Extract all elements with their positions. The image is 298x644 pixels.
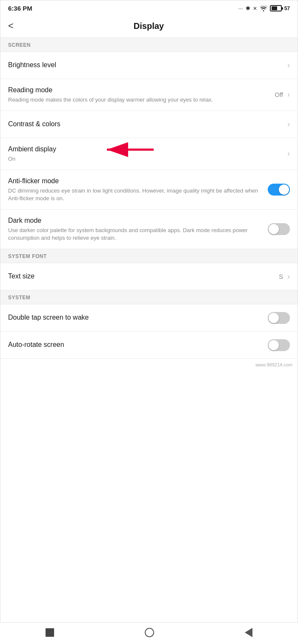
header: < Display xyxy=(0,15,298,38)
nav-back-button[interactable] xyxy=(245,628,252,637)
setting-title-dark-mode: Dark mode xyxy=(8,216,263,225)
back-button[interactable]: < xyxy=(8,20,14,31)
setting-title-anti-flicker: Anti-flicker mode xyxy=(8,177,263,186)
setting-row-text-size[interactable]: Text size S › xyxy=(0,263,298,290)
bottom-nav xyxy=(0,622,298,644)
setting-title-auto-rotate: Auto-rotate screen xyxy=(8,340,263,349)
dots-icon: ··· xyxy=(238,5,243,11)
nav-square-button[interactable] xyxy=(46,628,54,637)
setting-row-auto-rotate[interactable]: Auto-rotate screen xyxy=(0,332,298,359)
chevron-icon-ambient: › xyxy=(287,149,290,158)
chevron-icon-reading-mode: › xyxy=(287,90,290,99)
setting-title-brightness: Brightness level xyxy=(8,61,280,70)
wifi-icon xyxy=(260,6,267,11)
watermark: www.989214.com xyxy=(0,359,298,371)
setting-title-ambient: Ambient display xyxy=(8,145,280,154)
battery-level: 57 xyxy=(284,6,290,11)
section-label-system-font: SYSTEM FONT xyxy=(0,249,298,263)
section-label-system: SYSTEM xyxy=(0,290,298,304)
setting-value-text-size: S xyxy=(279,273,283,280)
setting-subtitle-dark-mode: Use darker color palette for system back… xyxy=(8,227,263,242)
setting-title-reading-mode: Reading mode xyxy=(8,86,269,95)
setting-row-brightness[interactable]: Brightness level › xyxy=(0,52,298,79)
setting-title-contrast: Contrast & colors xyxy=(8,120,280,129)
setting-title-text-size: Text size xyxy=(8,272,274,281)
setting-row-ambient-display[interactable]: Ambient display On › xyxy=(0,138,298,170)
toggle-double-tap[interactable] xyxy=(268,312,290,324)
battery-x-icon: ✕ xyxy=(253,6,257,11)
page-title: Display xyxy=(20,21,277,31)
setting-row-double-tap[interactable]: Double tap screen to wake xyxy=(0,304,298,332)
setting-title-double-tap: Double tap screen to wake xyxy=(8,313,263,322)
setting-subtitle-reading-mode: Reading mode makes the colors of your di… xyxy=(8,96,269,104)
chevron-icon-contrast: › xyxy=(287,120,290,129)
status-icons: ··· ✱ ✕ 57 xyxy=(238,5,290,11)
nav-circle-button[interactable] xyxy=(145,628,154,637)
setting-subtitle-ambient: On xyxy=(8,155,280,163)
setting-row-reading-mode[interactable]: Reading mode Reading mode makes the colo… xyxy=(0,79,298,111)
triangle-icon xyxy=(245,628,252,637)
section-label-screen: SCREEN xyxy=(0,38,298,52)
toggle-anti-flicker[interactable] xyxy=(268,184,290,196)
circle-icon xyxy=(145,628,154,637)
toggle-auto-rotate[interactable] xyxy=(268,339,290,351)
setting-subtitle-anti-flicker: DC dimming reduces eye strain in low lig… xyxy=(8,187,263,202)
setting-row-contrast[interactable]: Contrast & colors › xyxy=(0,111,298,138)
chevron-icon-brightness: › xyxy=(287,61,290,70)
toggle-dark-mode[interactable] xyxy=(268,223,290,235)
chevron-icon-text-size: › xyxy=(287,272,290,281)
setting-row-anti-flicker[interactable]: Anti-flicker mode DC dimming reduces eye… xyxy=(0,170,298,210)
square-icon xyxy=(46,628,54,637)
setting-row-dark-mode[interactable]: Dark mode Use darker color palette for s… xyxy=(0,210,298,249)
status-time: 6:36 PM xyxy=(8,5,32,12)
battery-icon xyxy=(270,5,282,11)
status-bar: 6:36 PM ··· ✱ ✕ 57 xyxy=(0,0,298,15)
setting-value-reading-mode: Off xyxy=(275,91,283,98)
bluetooth-icon: ✱ xyxy=(246,5,250,11)
